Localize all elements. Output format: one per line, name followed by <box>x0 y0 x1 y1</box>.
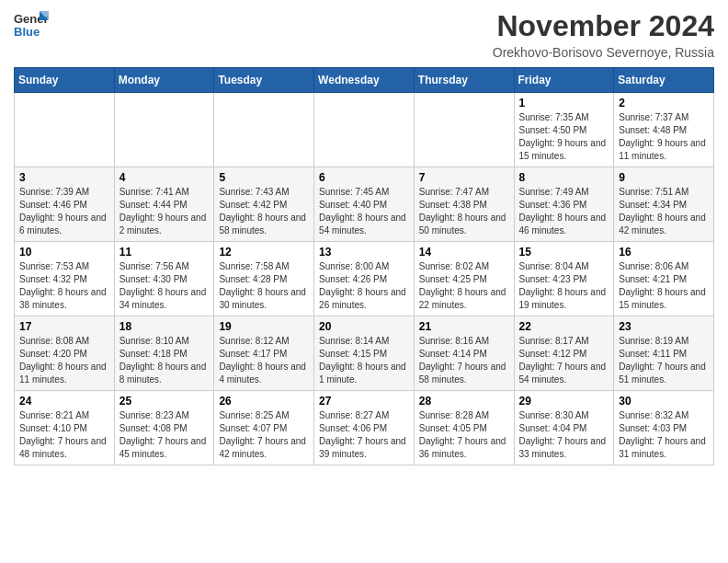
day-number: 21 <box>419 320 509 333</box>
calendar-cell: 23Sunrise: 8:19 AM Sunset: 4:11 PM Dayli… <box>614 316 714 391</box>
calendar-cell: 11Sunrise: 7:56 AM Sunset: 4:30 PM Dayli… <box>114 242 214 316</box>
day-number: 29 <box>519 395 609 408</box>
day-info: Sunrise: 8:06 AM Sunset: 4:21 PM Dayligh… <box>619 260 709 312</box>
svg-text:Blue: Blue <box>14 25 40 39</box>
day-number: 15 <box>519 246 609 259</box>
day-info: Sunrise: 8:00 AM Sunset: 4:26 PM Dayligh… <box>319 260 409 312</box>
day-number: 24 <box>19 395 109 408</box>
day-number: 10 <box>19 246 109 259</box>
day-info: Sunrise: 7:43 AM Sunset: 4:42 PM Dayligh… <box>219 186 309 237</box>
calendar-cell: 24Sunrise: 8:21 AM Sunset: 4:10 PM Dayli… <box>15 391 115 465</box>
weekday-header: Sunday <box>15 68 115 93</box>
calendar-cell: 12Sunrise: 7:58 AM Sunset: 4:28 PM Dayli… <box>214 242 314 316</box>
calendar-cell: 17Sunrise: 8:08 AM Sunset: 4:20 PM Dayli… <box>15 316 115 391</box>
day-number: 9 <box>619 171 709 184</box>
day-info: Sunrise: 8:25 AM Sunset: 4:07 PM Dayligh… <box>219 409 309 461</box>
day-info: Sunrise: 8:21 AM Sunset: 4:10 PM Dayligh… <box>19 409 109 461</box>
day-number: 26 <box>219 395 309 408</box>
calendar-cell: 14Sunrise: 8:02 AM Sunset: 4:25 PM Dayli… <box>414 242 514 316</box>
day-info: Sunrise: 8:10 AM Sunset: 4:18 PM Dayligh… <box>119 335 210 386</box>
calendar-cell: 28Sunrise: 8:28 AM Sunset: 4:05 PM Dayli… <box>414 391 514 465</box>
calendar-table: SundayMondayTuesdayWednesdayThursdayFrid… <box>14 67 714 465</box>
day-info: Sunrise: 7:58 AM Sunset: 4:28 PM Dayligh… <box>219 260 309 312</box>
calendar-week-row: 10Sunrise: 7:53 AM Sunset: 4:32 PM Dayli… <box>15 242 714 316</box>
weekday-header: Thursday <box>414 68 514 93</box>
month-title: November 2024 <box>493 9 714 43</box>
logo: General Blue <box>14 9 49 42</box>
day-info: Sunrise: 7:41 AM Sunset: 4:44 PM Dayligh… <box>119 186 210 237</box>
day-number: 4 <box>119 171 210 184</box>
calendar-cell <box>214 93 314 167</box>
calendar-cell: 16Sunrise: 8:06 AM Sunset: 4:21 PM Dayli… <box>614 242 714 316</box>
day-number: 1 <box>519 97 609 109</box>
page-header: General Blue November 2024 Orekhovo-Bori… <box>14 9 714 60</box>
day-info: Sunrise: 8:02 AM Sunset: 4:25 PM Dayligh… <box>419 260 509 312</box>
day-number: 5 <box>219 171 309 184</box>
day-info: Sunrise: 8:23 AM Sunset: 4:08 PM Dayligh… <box>119 409 210 461</box>
day-info: Sunrise: 8:27 AM Sunset: 4:06 PM Dayligh… <box>319 409 409 461</box>
day-number: 8 <box>519 171 609 184</box>
day-info: Sunrise: 8:12 AM Sunset: 4:17 PM Dayligh… <box>219 335 309 386</box>
calendar-cell: 4Sunrise: 7:41 AM Sunset: 4:44 PM Daylig… <box>114 167 214 242</box>
day-number: 19 <box>219 320 309 333</box>
calendar-cell: 6Sunrise: 7:45 AM Sunset: 4:40 PM Daylig… <box>314 167 415 242</box>
logo-icon: General Blue <box>14 9 49 42</box>
calendar-cell <box>314 93 415 167</box>
calendar-cell: 9Sunrise: 7:51 AM Sunset: 4:34 PM Daylig… <box>614 167 714 242</box>
calendar-cell <box>414 93 514 167</box>
day-number: 30 <box>619 395 709 408</box>
day-number: 23 <box>619 320 709 333</box>
day-info: Sunrise: 7:51 AM Sunset: 4:34 PM Dayligh… <box>619 186 709 237</box>
calendar-cell: 13Sunrise: 8:00 AM Sunset: 4:26 PM Dayli… <box>314 242 415 316</box>
day-info: Sunrise: 8:08 AM Sunset: 4:20 PM Dayligh… <box>19 335 109 386</box>
calendar-cell: 18Sunrise: 8:10 AM Sunset: 4:18 PM Dayli… <box>114 316 214 391</box>
calendar-cell: 2Sunrise: 7:37 AM Sunset: 4:48 PM Daylig… <box>614 93 714 167</box>
day-info: Sunrise: 7:49 AM Sunset: 4:36 PM Dayligh… <box>519 186 609 237</box>
day-info: Sunrise: 7:53 AM Sunset: 4:32 PM Dayligh… <box>19 260 109 312</box>
day-number: 6 <box>319 171 409 184</box>
location-subtitle: Orekhovo-Borisovo Severnoye, Russia <box>493 45 714 60</box>
day-number: 20 <box>319 320 409 333</box>
day-info: Sunrise: 7:35 AM Sunset: 4:50 PM Dayligh… <box>519 111 609 163</box>
day-number: 13 <box>319 246 409 259</box>
calendar-week-row: 24Sunrise: 8:21 AM Sunset: 4:10 PM Dayli… <box>15 391 714 465</box>
title-section: November 2024 Orekhovo-Borisovo Severnoy… <box>493 9 714 60</box>
calendar-cell: 21Sunrise: 8:16 AM Sunset: 4:14 PM Dayli… <box>414 316 514 391</box>
day-number: 17 <box>19 320 109 333</box>
day-number: 16 <box>619 246 709 259</box>
weekday-header-row: SundayMondayTuesdayWednesdayThursdayFrid… <box>15 68 714 93</box>
calendar-cell: 30Sunrise: 8:32 AM Sunset: 4:03 PM Dayli… <box>614 391 714 465</box>
day-number: 28 <box>419 395 509 408</box>
calendar-cell: 20Sunrise: 8:14 AM Sunset: 4:15 PM Dayli… <box>314 316 415 391</box>
calendar-cell: 25Sunrise: 8:23 AM Sunset: 4:08 PM Dayli… <box>114 391 214 465</box>
day-number: 12 <box>219 246 309 259</box>
calendar-cell: 3Sunrise: 7:39 AM Sunset: 4:46 PM Daylig… <box>15 167 115 242</box>
day-info: Sunrise: 7:39 AM Sunset: 4:46 PM Dayligh… <box>19 186 109 237</box>
weekday-header: Monday <box>114 68 214 93</box>
day-number: 14 <box>419 246 509 259</box>
day-number: 25 <box>119 395 210 408</box>
calendar-cell <box>15 93 115 167</box>
day-info: Sunrise: 8:19 AM Sunset: 4:11 PM Dayligh… <box>619 335 709 386</box>
calendar-cell: 7Sunrise: 7:47 AM Sunset: 4:38 PM Daylig… <box>414 167 514 242</box>
day-info: Sunrise: 8:04 AM Sunset: 4:23 PM Dayligh… <box>519 260 609 312</box>
calendar-cell <box>114 93 214 167</box>
calendar-cell: 29Sunrise: 8:30 AM Sunset: 4:04 PM Dayli… <box>514 391 614 465</box>
calendar-cell: 10Sunrise: 7:53 AM Sunset: 4:32 PM Dayli… <box>15 242 115 316</box>
calendar-week-row: 1Sunrise: 7:35 AM Sunset: 4:50 PM Daylig… <box>15 93 714 167</box>
calendar-cell: 8Sunrise: 7:49 AM Sunset: 4:36 PM Daylig… <box>514 167 614 242</box>
day-number: 27 <box>319 395 409 408</box>
day-number: 2 <box>619 97 709 109</box>
calendar-cell: 19Sunrise: 8:12 AM Sunset: 4:17 PM Dayli… <box>214 316 314 391</box>
day-info: Sunrise: 8:14 AM Sunset: 4:15 PM Dayligh… <box>319 335 409 386</box>
calendar-cell: 26Sunrise: 8:25 AM Sunset: 4:07 PM Dayli… <box>214 391 314 465</box>
day-number: 7 <box>419 171 509 184</box>
day-info: Sunrise: 7:45 AM Sunset: 4:40 PM Dayligh… <box>319 186 409 237</box>
calendar-cell: 27Sunrise: 8:27 AM Sunset: 4:06 PM Dayli… <box>314 391 415 465</box>
day-info: Sunrise: 8:16 AM Sunset: 4:14 PM Dayligh… <box>419 335 509 386</box>
day-number: 22 <box>519 320 609 333</box>
day-number: 11 <box>119 246 210 259</box>
calendar-week-row: 3Sunrise: 7:39 AM Sunset: 4:46 PM Daylig… <box>15 167 714 242</box>
weekday-header: Saturday <box>614 68 714 93</box>
calendar-cell: 22Sunrise: 8:17 AM Sunset: 4:12 PM Dayli… <box>514 316 614 391</box>
